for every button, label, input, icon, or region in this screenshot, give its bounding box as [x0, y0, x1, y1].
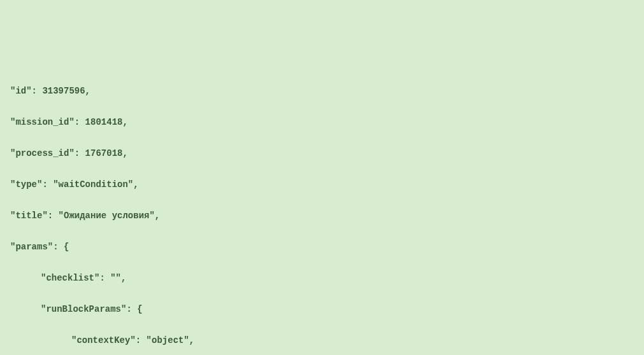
code-line: "runBlockParams": {: [10, 302, 634, 317]
code-line: "title": "Ожидание условия",: [10, 208, 634, 224]
code-line: "process_id": 1767018,: [10, 146, 634, 162]
code-line: "params": {: [10, 239, 634, 255]
code-line: "type": "waitCondition",: [10, 177, 634, 193]
json-code-block: "id": 31397596, "mission_id": 1801418, "…: [10, 67, 634, 355]
code-line: "mission_id": 1801418,: [10, 115, 634, 130]
code-line: "id": 31397596,: [10, 83, 634, 99]
code-line: "checklist": "",: [10, 270, 634, 286]
code-line: "contextKey": "object",: [10, 333, 634, 349]
